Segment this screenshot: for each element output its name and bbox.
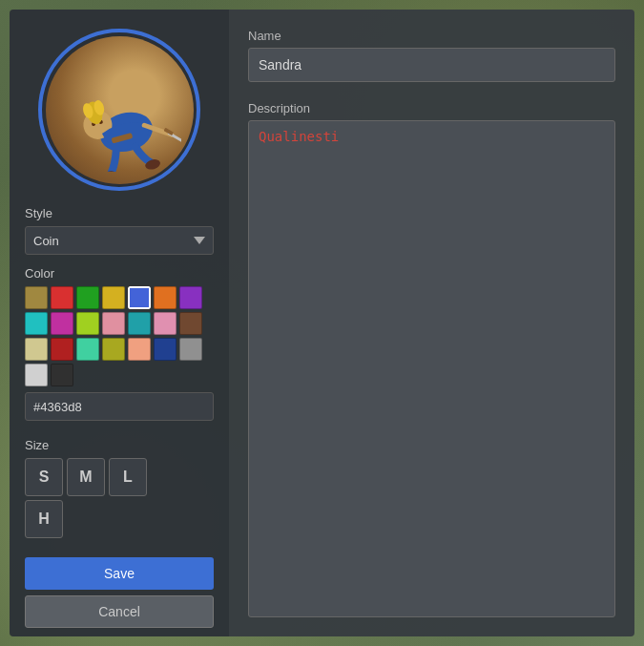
character-illustration [57,48,181,172]
size-section: Size S M L H [25,438,214,550]
color-swatch[interactable] [51,364,73,386]
size-s-button[interactable]: S [25,458,63,496]
name-label: Name [248,29,615,43]
color-swatch[interactable] [25,338,48,361]
right-panel: Name Description Qualinesti [229,10,634,636]
color-swatch[interactable] [179,312,202,335]
avatar-image [46,36,194,184]
name-input[interactable] [248,48,615,82]
color-swatch[interactable] [51,312,73,335]
color-grid [25,286,214,386]
color-section: Color [25,266,214,430]
color-swatch[interactable] [154,312,177,335]
avatar-ring [38,29,200,191]
color-swatch[interactable] [179,338,202,361]
name-section: Name [248,29,615,92]
size-buttons-row: S M L [25,458,214,496]
style-section: Style Coin Token Ring Badge [25,206,214,255]
size-h-button[interactable]: H [25,500,63,538]
size-l-button[interactable]: L [109,458,147,496]
cancel-button[interactable]: Cancel [25,595,214,628]
color-swatch[interactable] [154,286,177,309]
color-swatch[interactable] [25,286,48,309]
color-label: Color [25,266,214,281]
style-dropdown[interactable]: Coin Token Ring Badge [25,226,214,255]
color-swatch[interactable] [51,286,73,309]
color-swatch[interactable] [128,338,151,361]
description-section: Description Qualinesti [248,101,615,617]
size-m-button[interactable]: M [67,458,105,496]
color-swatch[interactable] [102,312,125,335]
color-swatch[interactable] [76,286,99,309]
color-swatch[interactable] [179,286,202,309]
color-swatch[interactable] [154,338,177,361]
color-swatch-selected[interactable] [128,286,151,309]
left-panel: Style Coin Token Ring Badge Color [10,10,229,636]
description-label: Description [248,101,615,115]
action-buttons: Save Cancel [25,557,214,628]
color-swatch[interactable] [25,312,48,335]
color-swatch[interactable] [25,364,48,386]
size-label: Size [25,438,214,452]
color-hex-input[interactable] [25,392,214,421]
color-swatch[interactable] [51,338,73,361]
style-label: Style [25,206,214,220]
color-swatch[interactable] [102,286,125,309]
avatar-container [25,29,214,191]
description-textarea[interactable]: Qualinesti [248,120,615,617]
color-swatch[interactable] [76,312,99,335]
color-swatch[interactable] [102,338,125,361]
color-swatch[interactable] [76,338,99,361]
save-button[interactable]: Save [25,557,214,590]
color-swatch[interactable] [128,312,151,335]
